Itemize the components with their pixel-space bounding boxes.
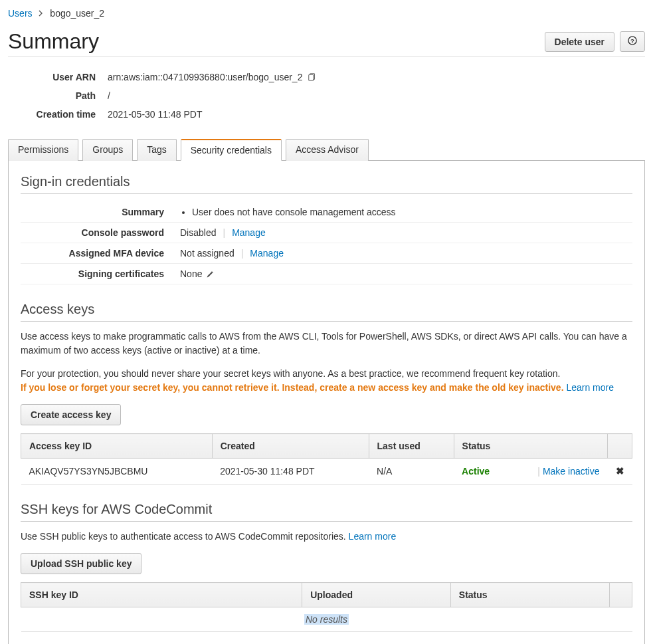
mfa-manage-link[interactable]: Manage bbox=[250, 248, 284, 259]
page-title: Summary bbox=[8, 29, 99, 54]
signin-section-title: Sign-in credentials bbox=[21, 174, 632, 194]
help-icon: ? bbox=[628, 37, 637, 47]
breadcrumb-root-link[interactable]: Users bbox=[8, 8, 33, 19]
col-ssh-status: Status bbox=[450, 583, 609, 607]
delete-key-icon[interactable]: ✖ bbox=[616, 465, 624, 477]
console-password-value: Disabled bbox=[180, 227, 216, 238]
page-header: Summary Delete user ? bbox=[8, 29, 645, 57]
help-button[interactable]: ? bbox=[620, 31, 645, 52]
col-ssh-uploaded: Uploaded bbox=[302, 583, 451, 607]
access-key-created-value: 2021-05-30 11:48 PDT bbox=[212, 459, 369, 484]
make-inactive-link[interactable]: Make inactive bbox=[543, 466, 600, 477]
upload-ssh-key-button[interactable]: Upload SSH public key bbox=[21, 553, 141, 574]
table-row: AKIAQV57YS3YN5JBCBMU 2021-05-30 11:48 PD… bbox=[21, 459, 632, 484]
signing-cert-value: None bbox=[180, 268, 202, 279]
accesskeys-section-title: Access keys bbox=[21, 302, 632, 322]
col-created: Created bbox=[212, 434, 369, 459]
security-credentials-panel: Sign-in credentials Summary User does no… bbox=[8, 161, 645, 644]
svg-text:?: ? bbox=[630, 37, 634, 45]
col-last-used: Last used bbox=[369, 434, 454, 459]
console-password-manage-link[interactable]: Manage bbox=[232, 227, 266, 238]
col-ssh-key-id: SSH key ID bbox=[21, 583, 302, 607]
tab-security-credentials[interactable]: Security credentials bbox=[181, 139, 282, 161]
create-access-key-button[interactable]: Create access key bbox=[21, 404, 121, 425]
user-arn-label: User ARN bbox=[8, 72, 108, 82]
tab-groups[interactable]: Groups bbox=[82, 139, 133, 161]
tab-access-advisor[interactable]: Access Advisor bbox=[286, 139, 369, 161]
breadcrumb: Users bogo_user_2 bbox=[8, 8, 645, 19]
access-key-lastused-value: N/A bbox=[369, 459, 454, 484]
signin-summary-bullet: User does not have console management ac… bbox=[192, 207, 396, 217]
accesskeys-desc2: For your protection, you should never sh… bbox=[21, 367, 632, 395]
path-value: / bbox=[108, 90, 110, 101]
chevron-right-icon bbox=[39, 10, 43, 18]
signing-cert-label: Signing certificates bbox=[21, 268, 180, 279]
breadcrumb-current: bogo_user_2 bbox=[50, 8, 104, 19]
accesskeys-desc2-text: For your protection, you should never sh… bbox=[21, 368, 560, 379]
col-access-key-id: Access key ID bbox=[21, 434, 213, 459]
console-password-label: Console password bbox=[21, 227, 180, 238]
table-row: No results bbox=[21, 607, 632, 632]
mfa-value: Not assigned bbox=[180, 248, 234, 259]
creation-time-value: 2021-05-30 11:48 PDT bbox=[108, 109, 202, 120]
col-actions bbox=[608, 434, 632, 459]
delete-user-button[interactable]: Delete user bbox=[545, 32, 614, 52]
header-actions: Delete user ? bbox=[545, 31, 645, 52]
ssh-keys-table: SSH key ID Uploaded Status No results bbox=[21, 582, 632, 632]
col-status: Status bbox=[454, 434, 607, 459]
ssh-no-results: No results bbox=[304, 614, 349, 625]
user-arn-value: arn:aws:iam::047109936880:user/bogo_user… bbox=[108, 72, 302, 82]
signin-summary-label: Summary bbox=[21, 207, 180, 217]
access-keys-table: Access key ID Created Last used Status A… bbox=[21, 433, 632, 484]
path-label: Path bbox=[8, 90, 108, 101]
pencil-icon[interactable] bbox=[206, 270, 215, 278]
user-summary-block: User ARN arn:aws:iam::047109936880:user/… bbox=[8, 68, 645, 124]
col-ssh-actions bbox=[610, 583, 632, 607]
accesskeys-warning: If you lose or forget your secret key, y… bbox=[21, 382, 564, 393]
ssh-desc-text: Use SSH public keys to authenticate acce… bbox=[21, 531, 346, 542]
ssh-section-title: SSH keys for AWS CodeCommit bbox=[21, 502, 632, 522]
mfa-label: Assigned MFA device bbox=[21, 248, 180, 259]
tab-permissions[interactable]: Permissions bbox=[8, 139, 78, 161]
access-key-status-value: Active bbox=[462, 466, 490, 477]
svg-rect-3 bbox=[309, 75, 314, 81]
tab-tags[interactable]: Tags bbox=[137, 139, 177, 161]
copy-icon[interactable] bbox=[308, 72, 317, 82]
tab-bar: Permissions Groups Tags Security credent… bbox=[8, 138, 645, 161]
accesskeys-desc1: Use access keys to make programmatic cal… bbox=[21, 330, 632, 358]
creation-time-label: Creation time bbox=[8, 109, 108, 120]
ssh-desc: Use SSH public keys to authenticate acce… bbox=[21, 530, 632, 544]
access-key-id-value: AKIAQV57YS3YN5JBCBMU bbox=[21, 459, 213, 484]
ssh-learn-more-link[interactable]: Learn more bbox=[349, 531, 397, 542]
accesskeys-learn-more-link[interactable]: Learn more bbox=[566, 382, 614, 393]
